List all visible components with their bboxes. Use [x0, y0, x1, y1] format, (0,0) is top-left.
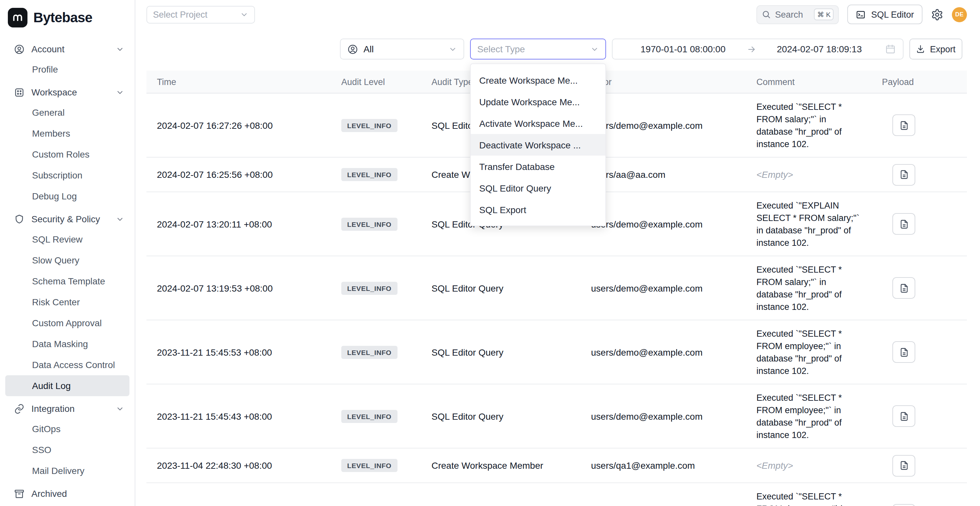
search-icon — [762, 10, 771, 19]
chevron-down-icon — [116, 404, 124, 413]
search-input[interactable]: Search ⌘ K — [757, 5, 839, 24]
payload-button[interactable] — [892, 455, 915, 476]
cell-comment: <Empty> — [746, 168, 872, 181]
cell-audit-type: Create Workspace Member — [421, 460, 581, 471]
table-row: 2024-02-07 13:19:53 +08:00 LEVEL_INFO SQ… — [146, 256, 967, 320]
payload-button[interactable] — [892, 164, 915, 185]
sidebar-item-members[interactable]: Members — [5, 123, 129, 144]
cell-audit-type: SQL Editor Query — [421, 283, 581, 293]
actor-filter-select[interactable]: All — [340, 38, 464, 59]
archive-icon — [14, 488, 25, 499]
export-button[interactable]: Export — [909, 38, 963, 59]
cell-audit-level: LEVEL_INFO — [331, 217, 421, 231]
column-header-time: Time — [146, 77, 331, 87]
cell-actor: users/qa1@example.com — [581, 460, 746, 471]
sidebar-item-data-masking[interactable]: Data Masking — [5, 333, 129, 354]
cell-payload — [872, 341, 967, 363]
type-option-transfer-database[interactable]: Transfer Database — [471, 156, 605, 177]
table-row: 2023-11-21 15:45:43 +08:00 LEVEL_INFO SQ… — [146, 384, 967, 449]
user-circle-icon — [14, 43, 25, 54]
sidebar-item-mail-delivery[interactable]: Mail Delivery — [5, 460, 129, 481]
cell-payload — [872, 455, 967, 476]
cell-payload — [872, 405, 967, 427]
sidebar-section-workspace[interactable]: Workspace — [5, 83, 129, 102]
type-option-sql-export[interactable]: SQL Export — [471, 199, 605, 220]
chevron-down-icon — [116, 215, 124, 223]
type-option-update-workspace-member[interactable]: Update Workspace Me... — [471, 91, 605, 113]
sidebar-section-label: Security & Policy — [31, 214, 100, 224]
sidebar-item-custom-roles[interactable]: Custom Roles — [5, 144, 129, 165]
sidebar-item-subscription[interactable]: Subscription — [5, 165, 129, 186]
type-option-deactivate-workspace-member[interactable]: Deactivate Workspace ... — [471, 134, 605, 156]
cell-payload — [872, 164, 967, 185]
date-to-value: 2024-02-07 18:09:13 — [756, 44, 883, 54]
cell-comment: Executed `"SELECT * FROM salary;"` in da… — [746, 100, 872, 150]
terminal-icon — [856, 10, 866, 19]
payload-button[interactable] — [892, 504, 915, 506]
payload-button[interactable] — [892, 115, 915, 136]
project-select[interactable]: Select Project — [146, 6, 255, 23]
export-label: Export — [930, 44, 956, 54]
date-from-value: 1970-01-01 08:00:00 — [620, 44, 746, 54]
sidebar-item-archived[interactable]: Archived — [5, 484, 129, 503]
sidebar: Bytebase Account Profile — [0, 0, 135, 506]
type-option-activate-workspace-member[interactable]: Activate Workspace Me... — [471, 113, 605, 134]
sidebar-item-custom-approval[interactable]: Custom Approval — [5, 312, 129, 333]
cell-actor: users/demo@example.com — [581, 347, 746, 357]
sql-editor-button[interactable]: SQL Editor — [848, 5, 923, 24]
cell-comment: Executed `"EXPLAIN SELECT * FROM salary;… — [746, 199, 872, 249]
cell-audit-level: LEVEL_INFO — [331, 119, 421, 132]
cell-payload — [872, 115, 967, 136]
type-option-create-workspace-member[interactable]: Create Workspace Me... — [471, 69, 605, 91]
cell-audit-level: LEVEL_INFO — [331, 168, 421, 181]
sidebar-item-audit-log[interactable]: Audit Log — [5, 375, 129, 396]
cell-comment: Executed `"SELECT * FROM employee;"` in … — [746, 327, 872, 377]
bytebase-logo[interactable]: Bytebase — [5, 5, 129, 37]
level-badge: LEVEL_INFO — [341, 410, 398, 423]
sidebar-item-debug-log[interactable]: Debug Log — [5, 186, 129, 207]
cell-time: 2024-02-07 13:20:11 +08:00 — [146, 219, 331, 229]
sidebar-item-general[interactable]: General — [5, 102, 129, 123]
sidebar-section-security-policy[interactable]: Security & Policy — [5, 209, 129, 229]
type-filter-select[interactable]: Select Type — [470, 38, 606, 59]
cell-audit-level: LEVEL_INFO — [331, 410, 421, 423]
sidebar-item-gitops[interactable]: GitOps — [5, 418, 129, 439]
payload-button[interactable] — [892, 341, 915, 363]
cell-actor: users/demo@example.com — [581, 411, 746, 421]
sidebar-item-slow-query[interactable]: Slow Query — [5, 250, 129, 271]
sidebar-item-schema-template[interactable]: Schema Template — [5, 271, 129, 291]
audit-log-page: Bytebase Account Profile — [0, 0, 980, 506]
sidebar-item-profile[interactable]: Profile — [5, 59, 129, 80]
chevron-down-icon — [449, 45, 457, 53]
sidebar-section-account[interactable]: Account — [5, 39, 129, 59]
cell-payload — [872, 277, 967, 299]
cell-time: 2024-02-07 16:25:56 +08:00 — [146, 169, 331, 180]
link-icon — [14, 403, 25, 414]
payload-button[interactable] — [892, 213, 915, 235]
sidebar-item-data-access-control[interactable]: Data Access Control — [5, 354, 129, 375]
level-badge: LEVEL_INFO — [341, 282, 398, 294]
table-row: 2023-11-21 15:45:53 +08:00 LEVEL_INFO SQ… — [146, 320, 967, 384]
type-option-sql-editor-query[interactable]: SQL Editor Query — [471, 177, 605, 199]
payload-button[interactable] — [892, 277, 915, 299]
sidebar-item-sql-review[interactable]: SQL Review — [5, 229, 129, 250]
gear-icon[interactable] — [931, 8, 943, 21]
avatar[interactable]: DE — [952, 7, 967, 22]
column-header-payload: Payload — [872, 77, 967, 87]
payload-button[interactable] — [892, 405, 915, 427]
cell-comment: Executed `"SELECT * FROM department;"` i… — [746, 490, 872, 506]
level-badge: LEVEL_INFO — [341, 119, 398, 132]
level-badge: LEVEL_INFO — [341, 217, 398, 231]
sidebar-item-risk-center[interactable]: Risk Center — [5, 291, 129, 312]
date-range-picker[interactable]: 1970-01-01 08:00:00 2024-02-07 18:09:13 — [612, 38, 904, 59]
cell-time: 2023-11-21 15:45:43 +08:00 — [146, 411, 331, 421]
sidebar-item-sso[interactable]: SSO — [5, 439, 129, 460]
sidebar-section-integration[interactable]: Integration — [5, 399, 129, 418]
cell-time: 2024-02-07 13:19:53 +08:00 — [146, 283, 331, 293]
cell-comment: <Empty> — [746, 459, 872, 472]
sidebar-nav: Account Profile Workspace — [5, 39, 129, 503]
sidebar-section-label: Account — [31, 44, 64, 54]
sidebar-section-label: Workspace — [31, 87, 77, 97]
cell-payload — [872, 504, 967, 506]
download-icon — [916, 45, 926, 54]
